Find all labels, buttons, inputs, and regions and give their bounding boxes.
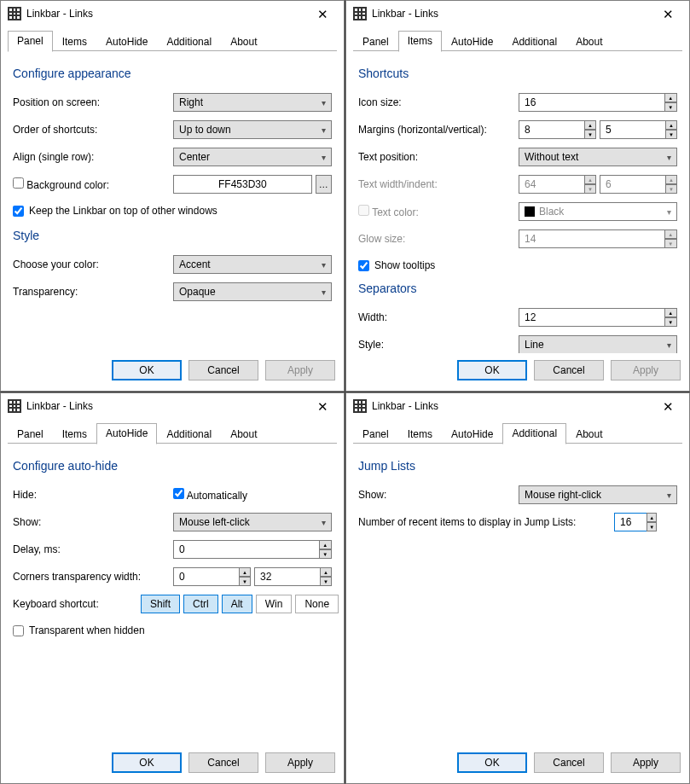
tab-items[interactable]: Items [398,31,442,52]
hide-label: Hide: [13,489,173,501]
spin-down-icon[interactable]: ▼ [319,549,332,559]
cancel-button[interactable]: Cancel [188,360,258,380]
spin-up-icon[interactable]: ▲ [665,120,677,130]
cancel-button[interactable]: Cancel [534,360,604,380]
section-jumplists: Jump Lists [358,459,677,473]
hide-auto-checkbox[interactable] [173,488,184,499]
ctrl-toggle[interactable]: Ctrl [183,595,218,613]
transparency-select[interactable]: Opaque▾ [173,282,332,301]
spin-down-icon[interactable]: ▼ [664,317,677,327]
ok-button[interactable]: OK [457,360,527,380]
spin-down-icon[interactable]: ▼ [239,577,251,586]
position-select[interactable]: Right▾ [173,93,332,112]
margin-v-input[interactable]: 5 [600,120,665,139]
tab-additional[interactable]: Additional [157,32,221,52]
ok-button[interactable]: OK [112,752,182,773]
delay-input[interactable]: 0 [173,540,319,559]
glow-label: Glow size: [358,233,519,245]
apply-button[interactable]: Apply [265,360,335,380]
tabbar: Panel Items AutoHide Additional About [353,422,682,444]
tab-additional[interactable]: Additional [502,32,566,52]
win-toggle[interactable]: Win [256,595,293,613]
tab-items[interactable]: Items [53,424,96,444]
textwidth-input: 64 [519,175,584,194]
tab-panel[interactable]: Panel [353,424,398,444]
spin-up-icon[interactable]: ▲ [647,513,657,522]
apply-button[interactable]: Apply [611,360,681,380]
none-toggle[interactable]: None [295,595,339,613]
jump-show-select[interactable]: Mouse right-click▾ [519,485,677,504]
show-select[interactable]: Mouse left-click▾ [173,513,332,531]
tab-autohide[interactable]: AutoHide [442,424,502,444]
order-label: Order of shortcuts: [13,124,173,136]
color-swatch-icon [525,206,535,217]
tab-autohide[interactable]: AutoHide [96,423,157,444]
tab-about[interactable]: About [221,424,266,444]
keyboard-label: Keyboard shortcut: [13,598,141,610]
close-icon[interactable]: ✕ [306,394,339,418]
spin-down-icon[interactable]: ▼ [584,130,596,139]
tab-panel[interactable]: Panel [353,32,398,52]
close-icon[interactable]: ✕ [306,2,339,26]
order-select[interactable]: Up to down▾ [173,120,332,139]
alt-toggle[interactable]: Alt [222,595,252,613]
bgcolor-picker-button[interactable]: … [316,175,332,194]
spin-up-icon[interactable]: ▲ [319,540,332,549]
dialog-items: Linkbar - Links ✕ Panel Items AutoHide A… [345,0,690,392]
tab-panel[interactable]: Panel [8,31,53,52]
transparent-hidden-checkbox[interactable] [13,625,24,636]
recent-input[interactable]: 16 [614,513,647,531]
close-icon[interactable]: ✕ [652,2,684,26]
iconsize-input[interactable]: 16 [519,93,664,112]
tab-about[interactable]: About [566,424,612,444]
corners-b-input[interactable]: 32 [254,567,320,586]
spin-down-icon[interactable]: ▼ [647,522,657,531]
section-appearance: Configure appearance [13,67,332,80]
color-select[interactable]: Accent▾ [173,255,332,274]
glow-input: 14 [519,229,664,248]
textpos-select[interactable]: Without text▾ [519,148,677,166]
bgcolor-input[interactable]: FF453D30 [173,175,312,194]
spin-up-icon[interactable]: ▲ [584,120,596,130]
tab-items[interactable]: Items [53,32,96,52]
spin-down-icon[interactable]: ▼ [320,577,332,586]
ok-button[interactable]: OK [457,752,527,773]
tab-autohide[interactable]: AutoHide [442,32,502,52]
shift-toggle[interactable]: Shift [141,595,180,613]
spin-up-icon[interactable]: ▲ [320,567,332,577]
tab-additional[interactable]: Additional [502,423,566,444]
corners-a-input[interactable]: 0 [173,567,239,586]
tab-autohide[interactable]: AutoHide [96,32,157,52]
apply-button[interactable]: Apply [611,752,681,773]
close-icon[interactable]: ✕ [652,394,684,418]
spin-up-icon[interactable]: ▲ [664,308,677,317]
tooltips-checkbox[interactable] [358,260,369,271]
app-icon [353,7,367,20]
sepwidth-label: Width: [358,311,519,323]
sepstyle-select[interactable]: Line▾ [519,335,677,353]
tabbar: Panel Items AutoHide Additional About [8,30,337,51]
align-select[interactable]: Center▾ [173,148,332,166]
cancel-button[interactable]: Cancel [188,752,258,773]
spin-up-icon[interactable]: ▲ [239,567,251,577]
tab-items[interactable]: Items [398,424,442,444]
sepwidth-input[interactable]: 12 [519,308,664,327]
chevron-down-icon: ▾ [667,340,671,350]
margin-h-input[interactable]: 8 [519,120,584,139]
spin-down-icon[interactable]: ▼ [664,102,677,112]
bgcolor-checkbox[interactable] [13,177,24,189]
titlebar: Linkbar - Links ✕ [1,393,344,419]
bgcolor-check-label: Background color: [13,177,173,191]
tab-about[interactable]: About [221,32,266,52]
chevron-down-icon: ▾ [322,287,326,297]
apply-button[interactable]: Apply [265,752,335,773]
tab-about[interactable]: About [566,32,612,52]
tab-additional[interactable]: Additional [157,424,221,444]
cancel-button[interactable]: Cancel [534,752,604,773]
spin-down-icon[interactable]: ▼ [665,130,677,139]
spin-up-icon[interactable]: ▲ [664,93,677,102]
ok-button[interactable]: OK [112,360,182,380]
ontop-checkbox[interactable] [13,206,24,217]
section-autohide: Configure auto-hide [13,459,332,473]
tab-panel[interactable]: Panel [8,424,53,444]
